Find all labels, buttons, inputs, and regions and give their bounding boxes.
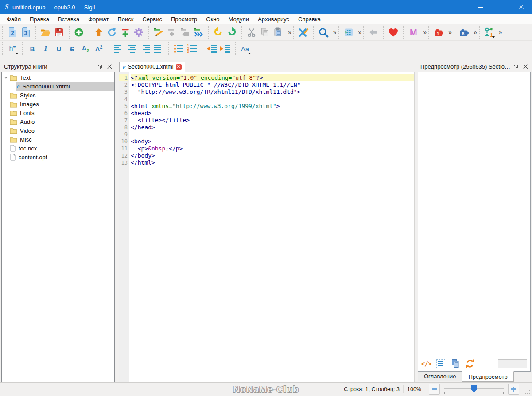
apply-clip-button[interactable] <box>179 26 192 39</box>
menu-item[interactable]: Архивариус <box>253 14 294 24</box>
code-line[interactable]: <head> <box>131 110 414 117</box>
indent-button[interactable] <box>218 42 232 55</box>
align-center-button[interactable] <box>125 42 139 55</box>
tree-item[interactable]: Styles <box>2 91 114 100</box>
tree-item[interactable]: Misc <box>2 135 114 144</box>
maximize-button[interactable] <box>491 0 511 14</box>
resize-grip[interactable] <box>524 389 530 395</box>
code-line[interactable]: <body> <box>131 138 414 145</box>
inspect-code-button[interactable]: </> <box>420 358 432 369</box>
toolbar-overflow-button[interactable]: » <box>333 26 337 39</box>
preferences-button[interactable] <box>132 26 145 39</box>
close-panel-button[interactable] <box>107 64 112 69</box>
outdent-button[interactable] <box>205 42 218 55</box>
code-line[interactable]: "http://www.w3.org/TR/xhtml11/DTD/xhtml1… <box>131 88 414 96</box>
undo-button[interactable] <box>212 26 225 39</box>
tree-item[interactable]: Images <box>2 100 114 108</box>
tree-item[interactable]: Fonts <box>2 108 114 117</box>
menu-item[interactable]: Файл <box>2 14 25 24</box>
toolbar-overflow-button[interactable]: » <box>448 26 452 39</box>
strikethrough-button[interactable]: S <box>66 42 79 55</box>
menu-item[interactable]: Вставка <box>54 14 84 24</box>
tab-section0001[interactable]: e Section0001.xhtml <box>119 62 185 72</box>
add-existing-files-button[interactable] <box>72 26 85 39</box>
mend-code-button[interactable] <box>297 26 310 39</box>
superscript-button[interactable]: A2 <box>92 42 105 55</box>
select-all-button[interactable] <box>435 358 447 369</box>
change-case-button[interactable]: Aa <box>238 42 252 55</box>
plugin-1-button[interactable]: 1 <box>432 26 445 39</box>
next-clip-button[interactable] <box>192 26 205 39</box>
preview-search-input[interactable] <box>498 359 527 368</box>
tree-item[interactable]: eSection0001.xhtml <box>2 82 114 91</box>
tree-item[interactable]: Video <box>2 126 114 135</box>
menu-item[interactable]: Просмотр <box>167 14 202 24</box>
toolbar-overflow-button[interactable]: » <box>474 26 477 39</box>
tree-item[interactable]: content.opf <box>2 153 114 161</box>
tab-preview[interactable]: Предпросмотр <box>462 371 513 382</box>
heading-style-button[interactable]: h* <box>6 42 19 55</box>
menu-item[interactable]: Поиск <box>113 14 138 24</box>
insert-file-button[interactable] <box>92 26 105 39</box>
refresh-preview-button[interactable] <box>464 358 476 369</box>
code-line[interactable]: </body> <box>131 152 414 159</box>
code-view[interactable]: 12345678910111213 <?|xml version="1.0" e… <box>119 72 415 382</box>
align-left-button[interactable] <box>112 42 125 55</box>
toolbar-overflow-button[interactable]: » <box>423 26 427 39</box>
bullet-list-button[interactable] <box>172 42 185 55</box>
menu-item[interactable]: Модули <box>224 14 254 24</box>
minimize-button[interactable] <box>470 0 491 14</box>
find-replace-button[interactable] <box>317 26 330 39</box>
toolbar-overflow-button[interactable]: » <box>358 26 362 39</box>
zoom-slider[interactable] <box>443 384 505 395</box>
zoom-in-button[interactable] <box>508 384 519 395</box>
toolbar-overflow-button[interactable]: » <box>499 26 502 39</box>
edit-clip-button[interactable] <box>152 26 165 39</box>
metadata-editor-button[interactable]: M <box>407 26 420 39</box>
new-epub3-button[interactable]: 3 <box>19 26 32 39</box>
insert-split-marker-button[interactable] <box>119 26 132 39</box>
back-button[interactable] <box>367 26 380 39</box>
tab-close-icon[interactable] <box>176 64 182 70</box>
toolbar-overflow-button[interactable]: » <box>288 26 291 39</box>
zoom-out-button[interactable] <box>429 384 440 395</box>
code-line[interactable]: <?|xml version="1.0" encoding="utf-8"?> <box>131 74 414 81</box>
tab-table-of-contents[interactable]: Оглавление <box>418 372 462 381</box>
expander-icon[interactable] <box>2 76 9 79</box>
code-line[interactable]: <p>&nbsp;</p> <box>131 145 414 152</box>
code-line[interactable]: </html> <box>131 159 414 166</box>
menu-item[interactable]: Справка <box>294 14 325 24</box>
tree-item[interactable]: Text <box>2 73 114 82</box>
italic-button[interactable]: I <box>39 42 52 55</box>
close-button[interactable] <box>511 0 532 14</box>
bold-button[interactable]: B <box>26 42 39 55</box>
align-justify-button[interactable] <box>152 42 165 55</box>
code-content[interactable]: <?|xml version="1.0" encoding="utf-8"?><… <box>129 72 414 382</box>
code-line[interactable] <box>131 131 414 138</box>
donate-button[interactable] <box>387 26 400 39</box>
zoom-slider-handle[interactable] <box>471 385 477 392</box>
save-button[interactable] <box>52 26 66 39</box>
tree-item[interactable]: Audio <box>2 117 114 126</box>
undock-preview-button[interactable] <box>513 65 518 69</box>
redo-button[interactable] <box>225 26 238 39</box>
menu-item[interactable]: Сервис <box>138 14 167 24</box>
menu-item[interactable]: Окно <box>202 14 224 24</box>
tree-item[interactable]: toc.ncx <box>2 144 114 153</box>
paste-button[interactable] <box>272 26 285 39</box>
code-line[interactable] <box>131 96 414 103</box>
code-line[interactable]: <!DOCTYPE html PUBLIC "-//W3C//DTD XHTML… <box>131 81 414 88</box>
numbered-list-button[interactable]: 123 <box>185 42 198 55</box>
plugin-6-button[interactable]: 6 <box>457 26 470 39</box>
copy-button[interactable] <box>258 26 272 39</box>
code-line[interactable]: </head> <box>131 124 414 131</box>
clips-panel-button[interactable] <box>342 26 355 39</box>
align-right-button[interactable] <box>139 42 152 55</box>
undock-panel-button[interactable] <box>97 65 102 69</box>
underline-button[interactable]: U <box>52 42 66 55</box>
code-line[interactable]: <title></title> <box>131 117 414 124</box>
new-epub2-button[interactable]: 2 <box>6 26 19 39</box>
copy-selection-button[interactable] <box>450 358 461 369</box>
menu-item[interactable]: Правка <box>25 14 54 24</box>
code-line[interactable]: <html xmlns="http://www.w3.org/1999/xhtm… <box>131 103 414 110</box>
